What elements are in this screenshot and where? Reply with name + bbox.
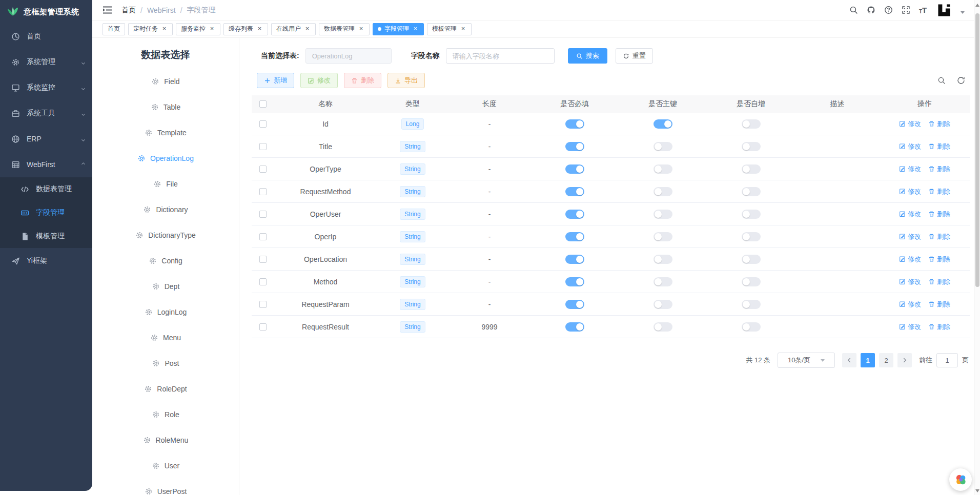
required-toggle[interactable] [565,277,584,286]
tree-node-table[interactable]: Table [92,94,239,120]
sidebar-item-system-monitor[interactable]: 系统监控 [0,75,92,100]
user-menu-caret-icon[interactable] [961,11,965,14]
close-icon[interactable]: × [304,26,311,32]
tab-home[interactable]: 首页 [103,23,125,35]
row-checkbox[interactable] [259,233,267,240]
sidebar-item-erp[interactable]: ERP [0,126,92,152]
required-toggle[interactable] [565,210,584,219]
row-checkbox[interactable] [259,301,267,308]
close-icon[interactable]: × [209,26,215,32]
scroll-up-icon[interactable] [975,4,979,7]
row-checkbox[interactable] [259,278,267,285]
fontsize-icon[interactable]: TT [919,6,928,14]
search-button[interactable]: 搜索 [568,48,607,64]
auto-increment-toggle[interactable] [742,232,761,241]
sidebar-item-system-tools[interactable]: 系统工具 [0,100,92,126]
edit-row-button[interactable]: 修改 [899,277,921,286]
tree-node-roledept[interactable]: RoleDept [92,376,239,402]
auto-increment-toggle[interactable] [742,164,761,174]
breadcrumb-item[interactable]: 首页 [121,6,136,15]
row-checkbox[interactable] [259,120,267,128]
fullscreen-icon[interactable] [902,6,910,14]
edit-row-button[interactable]: 修改 [899,142,921,151]
row-checkbox[interactable] [259,188,267,195]
tab-online-users[interactable]: 在线用户 × [271,23,316,35]
close-icon[interactable]: × [358,26,364,32]
tab-template-manage[interactable]: 模板管理 × [427,23,472,35]
avatar-logo[interactable] [936,4,952,17]
edit-row-button[interactable]: 修改 [899,210,921,219]
github-icon[interactable] [867,6,875,14]
tree-node-field[interactable]: Field [92,69,239,94]
primary-key-toggle[interactable] [654,164,672,174]
primary-key-toggle[interactable] [654,119,672,129]
primary-key-toggle[interactable] [654,322,672,332]
sidebar-item-template-manage[interactable]: 模板管理 [0,224,92,248]
sidebar-item-system-manage[interactable]: 系统管理 [0,49,92,75]
required-toggle[interactable] [565,142,584,151]
edit-row-button[interactable]: 修改 [899,187,921,196]
next-page-button[interactable] [897,353,912,367]
primary-key-toggle[interactable] [654,255,672,264]
tree-node-dept[interactable]: Dept [92,274,239,299]
scrollbar-thumb[interactable] [975,13,979,287]
tree-node-post[interactable]: Post [92,350,239,376]
refresh-icon[interactable] [956,76,966,85]
add-button[interactable]: 新增 [257,73,294,88]
required-toggle[interactable] [565,232,584,241]
auto-increment-toggle[interactable] [742,119,761,129]
help-icon[interactable] [884,6,893,14]
sidebar-item-datatable-manage[interactable]: 数据表管理 [0,177,92,201]
required-toggle[interactable] [565,119,584,129]
sidebar-item-yi-framework[interactable]: Yi框架 [0,248,92,274]
auto-increment-toggle[interactable] [742,142,761,151]
required-toggle[interactable] [565,255,584,264]
close-icon[interactable]: × [460,26,466,32]
export-button[interactable]: 导出 [387,73,425,88]
edit-row-button[interactable]: 修改 [899,300,921,309]
tree-node-user[interactable]: User [92,453,239,479]
field-name-input[interactable] [446,48,555,64]
page-button-2[interactable]: 2 [879,353,893,367]
row-checkbox[interactable] [259,166,267,173]
delete-row-button[interactable]: 删除 [928,142,950,151]
tree-node-template[interactable]: Template [92,120,239,146]
primary-key-toggle[interactable] [654,210,672,219]
tree-node-config[interactable]: Config [92,248,239,274]
auto-increment-toggle[interactable] [742,255,761,264]
page-size-select[interactable]: 10条/页 [778,353,835,368]
close-icon[interactable]: × [161,26,168,32]
tree-node-loginlog[interactable]: LoginLog [92,299,239,325]
auto-increment-toggle[interactable] [742,277,761,286]
delete-row-button[interactable]: 删除 [928,255,950,264]
delete-row-button[interactable]: 删除 [928,164,950,174]
delete-row-button[interactable]: 删除 [928,210,950,219]
search-icon[interactable] [849,6,858,14]
select-all-checkbox[interactable] [259,100,267,108]
tab-scheduled-tasks[interactable]: 定时任务 × [128,23,173,35]
delete-row-button[interactable]: 删除 [928,300,950,309]
tree-node-dictionarytype[interactable]: DictionaryType [92,222,239,248]
tree-node-userpost[interactable]: UserPost [92,479,239,495]
tree-node-role[interactable]: Role [92,402,239,427]
tree-node-menu[interactable]: Menu [92,325,239,350]
sidebar-item-home[interactable]: 首页 [0,24,92,49]
close-icon[interactable]: × [412,26,419,32]
edit-row-button[interactable]: 修改 [899,255,921,264]
edit-row-button[interactable]: 修改 [899,232,921,241]
edit-row-button[interactable]: 修改 [899,119,921,129]
primary-key-toggle[interactable] [654,300,672,309]
tab-field-manage[interactable]: 字段管理 × [373,23,424,35]
required-toggle[interactable] [565,322,584,332]
edit-row-button[interactable]: 修改 [899,322,921,332]
tree-node-file[interactable]: File [92,171,239,197]
row-checkbox[interactable] [259,143,267,150]
circle-search-icon[interactable] [937,76,946,85]
delete-button[interactable]: 删除 [344,73,381,88]
tree-node-rolemenu[interactable]: RoleMenu [92,427,239,453]
delete-row-button[interactable]: 删除 [928,277,950,286]
prev-page-button[interactable] [842,353,856,367]
primary-key-toggle[interactable] [654,142,672,151]
primary-key-toggle[interactable] [654,232,672,241]
delete-row-button[interactable]: 删除 [928,119,950,129]
